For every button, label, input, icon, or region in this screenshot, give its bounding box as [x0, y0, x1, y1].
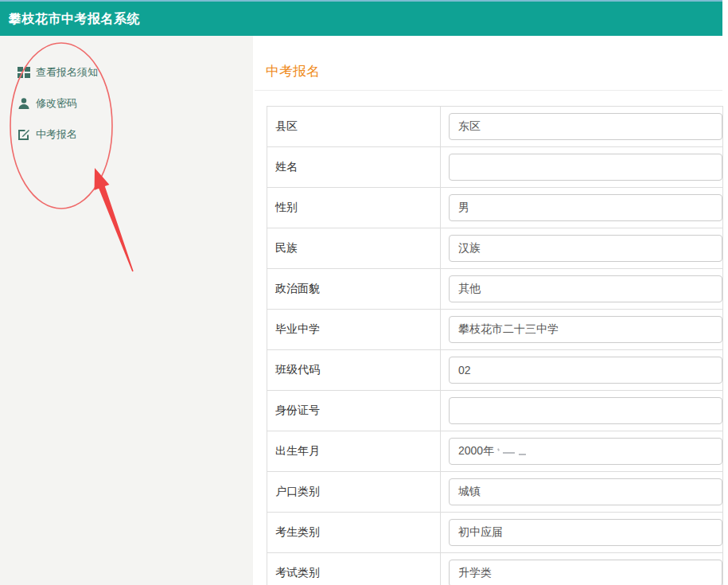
- field-label: 姓名: [275, 160, 298, 173]
- field-input[interactable]: 城镇: [449, 478, 722, 505]
- form-table-body: 县区 东区 姓名 性别 男: [267, 107, 723, 585]
- field-input[interactable]: 升学类: [449, 560, 722, 585]
- field-label: 户口类别: [275, 485, 320, 497]
- sidebar-item-view-notice[interactable]: 查看报名须知: [18, 64, 253, 80]
- form-row: 考生类别 初中应届: [267, 513, 723, 553]
- form-row: 县区 东区: [267, 107, 723, 147]
- sidebar-item-label: 修改密码: [36, 96, 77, 111]
- app-title: 攀枝花市中考报名系统: [0, 2, 722, 36]
- form-row: 出生年月 2000年: [267, 431, 723, 472]
- field-label: 班级代码: [275, 363, 320, 376]
- field-value: 初中应届: [458, 525, 503, 540]
- field-input[interactable]: 02: [449, 357, 722, 384]
- field-input[interactable]: 男: [449, 194, 722, 221]
- field-value: 02: [458, 364, 471, 376]
- field-label: 身份证号: [275, 404, 320, 416]
- form-row: 民族 汉族: [267, 228, 723, 269]
- sidebar-item-label: 查看报名须知: [36, 65, 98, 80]
- sidebar-item-exam-registration[interactable]: 中考报名: [18, 127, 253, 142]
- field-label: 民族: [275, 241, 298, 254]
- field-input[interactable]: 汉族: [449, 235, 722, 262]
- field-label: 毕业中学: [275, 322, 320, 335]
- form-row: 性别 男: [267, 188, 723, 228]
- sidebar-item-change-password[interactable]: 修改密码: [18, 96, 253, 111]
- title-divider: [255, 90, 722, 91]
- field-value: 城镇: [458, 485, 481, 499]
- grid-icon: [18, 66, 30, 79]
- field-label: 政治面貌: [275, 282, 320, 294]
- field-input[interactable]: 初中应届: [449, 519, 722, 546]
- sidebar-item-label: 中考报名: [36, 127, 77, 142]
- field-label: 性别: [275, 201, 298, 213]
- field-value: 升学类: [458, 566, 492, 580]
- field-input[interactable]: 2000年: [449, 438, 722, 465]
- page: 攀枝花市中考报名系统 查看报名须知: [0, 0, 728, 585]
- field-label: 县区: [275, 119, 298, 132]
- field-input[interactable]: 攀枝花市二十三中学: [449, 316, 722, 343]
- field-label: 考生类别: [275, 525, 320, 538]
- field-value: 男: [458, 201, 469, 215]
- field-value: 2000年: [458, 444, 494, 458]
- field-label: 考试类别: [275, 566, 320, 579]
- form-row: 考试类别 升学类: [267, 553, 723, 585]
- field-input[interactable]: 其他: [449, 275, 722, 302]
- form-row: 姓名: [267, 147, 723, 188]
- sidebar: 查看报名须知 修改密码 中考报名: [0, 36, 253, 585]
- form-row: 班级代码 02: [267, 350, 723, 391]
- main-panel: 中考报名 县区 东区 姓名 性别: [253, 36, 722, 585]
- form-row: 身份证号: [267, 391, 723, 431]
- field-value: 其他: [458, 282, 481, 296]
- form-row: 户口类别 城镇: [267, 472, 723, 513]
- sidebar-menu: 查看报名须知 修改密码 中考报名: [0, 36, 253, 142]
- page-title: 中考报名: [266, 62, 722, 80]
- redaction-smudge: [497, 446, 534, 457]
- field-input[interactable]: [449, 397, 722, 424]
- form-row: 政治面貌 其他: [267, 269, 723, 310]
- field-label: 出生年月: [275, 444, 320, 457]
- registration-form-table: 县区 东区 姓名 性别 男: [267, 106, 723, 585]
- field-input[interactable]: 东区: [449, 113, 722, 140]
- field-value: 东区: [458, 119, 481, 134]
- field-input[interactable]: [449, 154, 722, 181]
- edit-icon: [18, 128, 30, 141]
- form-row: 毕业中学 攀枝花市二十三中学: [267, 310, 723, 350]
- app-header: 攀枝花市中考报名系统: [0, 0, 722, 36]
- user-icon: [18, 97, 30, 110]
- field-value: 攀枝花市二十三中学: [458, 322, 559, 337]
- field-value: 汉族: [458, 241, 481, 255]
